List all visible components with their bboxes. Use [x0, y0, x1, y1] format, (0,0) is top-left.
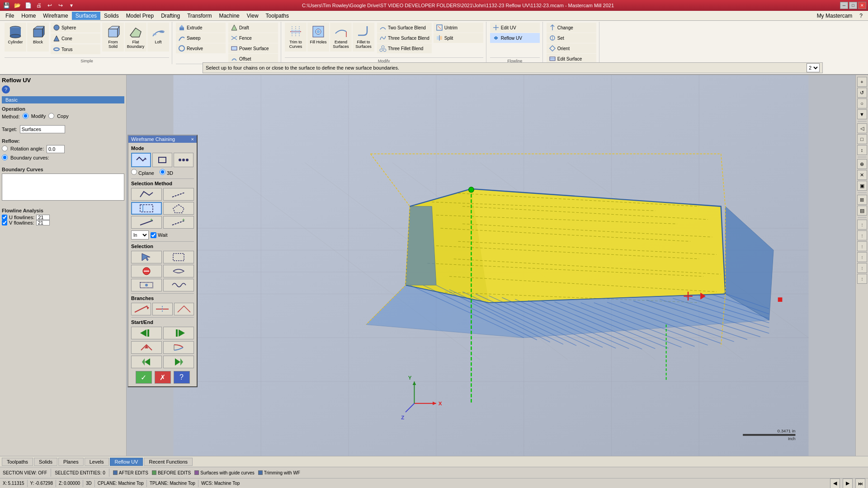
new-quick-btn[interactable]: 📄	[24, 1, 33, 9]
wf-flip-start-btn[interactable]	[131, 356, 162, 368]
two-surface-blend-btn[interactable]: Two Surface Blend	[377, 23, 432, 33]
v-flowlines-input[interactable]	[36, 220, 50, 225]
tab-toolpaths[interactable]: Toolpaths	[2, 458, 33, 466]
menu-surfaces[interactable]: Surfaces	[72, 12, 100, 20]
coord-play-btn[interactable]: ▶	[843, 479, 853, 488]
copy-radio[interactable]	[48, 113, 54, 119]
rt-more-btn3[interactable]: ⋮	[857, 241, 867, 251]
menu-machine[interactable]: Machine	[215, 12, 243, 20]
wf-sel-chain-polygon[interactable]	[163, 202, 194, 215]
menu-transform[interactable]: Transform	[184, 12, 215, 20]
wf-mode-options-btn[interactable]	[174, 153, 193, 167]
u-flowlines-check[interactable]	[2, 215, 7, 220]
rotation-radio[interactable]	[2, 145, 8, 151]
tab-reflow-uv[interactable]: Reflow UV	[110, 458, 143, 466]
chaining-dropdown[interactable]: 1 2 3 4	[807, 63, 820, 72]
block-btn[interactable]: Block	[27, 23, 49, 52]
cylinder-btn[interactable]: Cylinder	[5, 23, 26, 52]
orient-btn[interactable]: Orient	[547, 43, 596, 53]
panel-basic-tab[interactable]: Basic	[2, 96, 124, 103]
wf-help-btn[interactable]: ?	[174, 371, 190, 384]
menu-view[interactable]: View	[243, 12, 262, 20]
rt-select-btn[interactable]: □	[857, 134, 867, 144]
loft-btn[interactable]: Loft	[147, 23, 169, 52]
tab-levels[interactable]: Levels	[85, 458, 109, 466]
maximize-btn[interactable]: □	[849, 2, 857, 9]
coord-next-btn[interactable]: ⏭	[855, 479, 865, 488]
wf-flip-end-btn[interactable]	[163, 356, 194, 368]
reflow-uv-btn[interactable]: Reflow UV	[490, 33, 540, 43]
wf-swap-end-btn[interactable]	[163, 341, 194, 354]
power-surface-btn[interactable]: Power Surface	[228, 43, 278, 53]
split-btn[interactable]: Split	[434, 33, 483, 43]
fillet-to-surfaces-btn[interactable]: Fillet to Surfaces	[353, 23, 374, 52]
wf-skip-fwd-btn[interactable]	[163, 327, 194, 339]
draft-btn[interactable]: Draft	[228, 23, 278, 33]
menu-home[interactable]: Home	[18, 12, 39, 20]
wf-mode-loop-btn[interactable]	[152, 153, 172, 167]
rt-fit-btn[interactable]: ○	[857, 99, 867, 108]
tab-planes[interactable]: Planes	[58, 458, 84, 466]
cone-btn[interactable]: Cone	[51, 33, 100, 43]
panel-help-btn[interactable]: ?	[2, 85, 10, 94]
rt-more-btn4[interactable]: ⋮	[857, 252, 867, 262]
wf-sel-feature[interactable]	[131, 279, 162, 291]
tab-solids[interactable]: Solids	[34, 458, 57, 466]
rt-plus-btn[interactable]: ⊞	[857, 195, 867, 205]
rt-view-btn[interactable]: ▼	[857, 109, 867, 119]
menu-solids[interactable]: Solids	[100, 12, 123, 20]
wf-sel-wave[interactable]	[163, 279, 194, 291]
extrude-btn[interactable]: Extrude	[176, 23, 226, 33]
wf-swap-start-btn[interactable]	[131, 341, 162, 354]
boundary-radio[interactable]	[2, 155, 8, 160]
wf-wait-check[interactable]	[151, 232, 156, 238]
from-solid-btn[interactable]: From Solid	[102, 23, 124, 52]
wf-branch-3-btn[interactable]	[174, 303, 194, 315]
wf-mode-chain-btn[interactable]	[131, 153, 151, 167]
wf-panel-close[interactable]: ×	[191, 136, 194, 142]
minimize-btn[interactable]: ─	[840, 2, 848, 9]
menu-model-prep[interactable]: Model Prep	[123, 12, 157, 20]
rt-more-btn6[interactable]: ⋮	[857, 274, 867, 284]
open-quick-btn[interactable]: 📂	[13, 1, 22, 9]
wf-sel-add-partial[interactable]: +	[163, 216, 194, 229]
wf-sel-loop[interactable]	[163, 265, 194, 277]
wf-ok-btn[interactable]: ✓	[136, 371, 152, 384]
wf-cancel-btn[interactable]: ✗	[155, 371, 171, 384]
cplane-radio[interactable]	[131, 169, 137, 175]
rt-more-btn5[interactable]: ⋮	[857, 263, 867, 273]
wf-branch-2-btn[interactable]	[152, 303, 172, 315]
extend-surfaces-btn[interactable]: Extend Surfaces	[330, 23, 352, 52]
rt-target-btn[interactable]: ⊕	[857, 159, 867, 169]
sweep-btn[interactable]: Sweep	[176, 33, 226, 43]
wf-sel-arrow[interactable]	[131, 251, 162, 263]
rt-lines-btn[interactable]: ▤	[857, 206, 867, 216]
rt-resize-btn[interactable]: ↕	[857, 145, 867, 155]
torus-btn[interactable]: Torus	[51, 44, 100, 54]
u-flowlines-input[interactable]	[36, 215, 50, 220]
rt-close-btn[interactable]: ✕	[857, 170, 867, 180]
customize-quick-btn[interactable]: ▾	[67, 1, 76, 9]
wf-sel-chain-rect[interactable]	[131, 202, 162, 215]
menu-toolpaths[interactable]: Toolpaths	[262, 12, 292, 20]
close-btn[interactable]: ✕	[858, 2, 866, 9]
menu-my-mastercam[interactable]: My Mastercam	[813, 12, 856, 20]
tab-recent-functions[interactable]: Recent Functions	[144, 458, 193, 466]
wf-branch-1-btn[interactable]	[131, 303, 151, 315]
rt-zoom-in-btn[interactable]: +	[857, 77, 867, 87]
sphere-btn[interactable]: Sphere	[51, 23, 100, 33]
three-fillet-blend-btn[interactable]: Three Fillet Blend	[377, 43, 432, 53]
wf-sel-partial-chain[interactable]	[163, 188, 194, 201]
rt-more-btn1[interactable]: ⋮	[857, 220, 867, 230]
3d-radio[interactable]	[160, 169, 165, 175]
wf-sel-clear[interactable]	[131, 265, 162, 277]
revolve-btn[interactable]: Revolve	[176, 43, 226, 53]
rt-pan-btn[interactable]: ◁	[857, 123, 867, 133]
coord-prev-btn[interactable]: ◀	[830, 479, 840, 488]
modify-radio[interactable]	[23, 113, 28, 119]
undo-quick-btn[interactable]: ↩	[45, 1, 54, 9]
redo-quick-btn[interactable]: ↪	[56, 1, 65, 9]
wf-sel-box[interactable]	[163, 251, 194, 263]
print-quick-btn[interactable]: 🖨	[34, 1, 43, 9]
untrim-btn[interactable]: Untrim	[434, 23, 483, 33]
